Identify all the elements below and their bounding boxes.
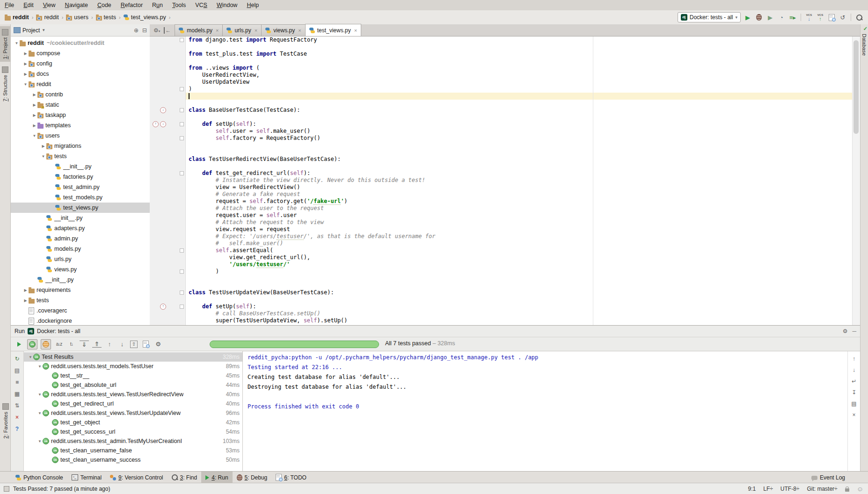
lock-icon[interactable] xyxy=(845,488,849,492)
close-icon[interactable]: × xyxy=(14,414,21,421)
caret-position-widget[interactable]: 9:1 xyxy=(748,486,756,492)
run-test-marker-icon[interactable]: ↓ xyxy=(160,121,166,127)
tool-window-button-6-todo[interactable]: 6: TODO xyxy=(271,472,311,483)
filter-ignored-icon[interactable] xyxy=(41,339,51,349)
editor-scrollbar[interactable] xyxy=(852,36,860,325)
project-tree-item-taskapp[interactable]: ▶taskapp xyxy=(11,110,150,120)
test-tree-item-test_clean_username_false[interactable]: oktest_clean_username_false53ms xyxy=(24,446,242,455)
test-tree-item-reddit-users-tests-test_views-TestUserUpdateView[interactable]: ▼okreddit.users.tests.test_views.TestUse… xyxy=(24,408,242,418)
code-editor[interactable]: ↓↑↓↑ from django.test import RequestFact… xyxy=(150,36,860,325)
fold-marker-icon[interactable] xyxy=(180,108,184,112)
tool-window-button-4-run[interactable]: 4: Run xyxy=(201,472,232,483)
project-tree-item-compose[interactable]: ▶compose xyxy=(11,48,150,58)
rerun-layout-icon[interactable]: ↻ xyxy=(14,355,21,363)
run-configuration-select[interactable]: dj Docker: tests - all ▾ xyxy=(678,12,741,22)
collapse-arrow-icon[interactable]: ▼ xyxy=(14,41,20,45)
scroll-end-icon[interactable]: ↧ xyxy=(850,389,858,396)
test-tree-item-reddit-users-tests-test_models-TestUser[interactable]: ▼okreddit.users.tests.test_models.TestUs… xyxy=(24,362,242,371)
filter-passed-icon[interactable]: ok xyxy=(27,339,37,349)
sidebar-item-2-favorites[interactable]: 2: Favorites xyxy=(0,400,11,441)
editor-tab-models.py[interactable]: models.py× xyxy=(175,24,223,36)
project-tree-item-__init__.py[interactable]: __init__.py xyxy=(11,213,150,223)
tool-window-button-3-find[interactable]: 3: Find xyxy=(168,472,202,483)
project-tree-item-__init__.py[interactable]: __init__.py xyxy=(11,275,150,285)
collapse-arrow-icon[interactable]: ▼ xyxy=(31,134,37,138)
test-tree-item-test_clean_username_success[interactable]: oktest_clean_username_success50ms xyxy=(24,455,242,465)
navigate-icon[interactable]: ⇅ xyxy=(14,402,21,409)
project-tree-item-adapters.py[interactable]: adapters.py xyxy=(11,223,150,233)
close-icon[interactable]: × xyxy=(354,28,357,33)
project-tree-item-test_admin.py[interactable]: test_admin.py xyxy=(11,182,150,192)
close-icon[interactable]: × xyxy=(216,28,219,33)
override-marker-icon[interactable]: ↑ xyxy=(160,304,166,310)
collapse-arrow-icon[interactable]: ▼ xyxy=(37,392,43,397)
pin-icon[interactable]: ▤ xyxy=(14,367,21,374)
expand-arrow-icon[interactable]: ▶ xyxy=(31,93,37,97)
collapse-arrow-icon[interactable]: ▼ xyxy=(22,82,29,87)
test-tree-item-test_get_object[interactable]: oktest_get_object42ms xyxy=(24,418,242,427)
stop-icon[interactable]: ■ xyxy=(14,378,21,386)
editor-tab-urls.py[interactable]: urls.py× xyxy=(222,24,262,36)
sort-alphabetically-icon[interactable]: a↓z xyxy=(54,340,64,349)
collapse-all-icon[interactable]: ⊟ xyxy=(142,27,147,34)
fold-marker-icon[interactable] xyxy=(180,38,184,42)
override-marker-icon[interactable]: ↑ xyxy=(153,121,159,127)
breadcrumb-item-users[interactable]: users xyxy=(66,14,88,21)
gear-icon[interactable]: ⚙ xyxy=(843,328,848,334)
expand-arrow-icon[interactable]: ▶ xyxy=(22,72,29,76)
project-tree-item-docs[interactable]: ▶docs xyxy=(11,69,150,79)
sidebar-item-7-structure[interactable]: 7: Structure xyxy=(0,64,10,104)
print-icon[interactable]: ▤ xyxy=(850,400,858,407)
expand-arrow-icon[interactable]: ▶ xyxy=(31,124,37,128)
profiler-icon[interactable]: ◔ xyxy=(777,13,786,22)
fold-marker-icon[interactable] xyxy=(180,248,184,253)
show-durations-icon[interactable] xyxy=(141,340,150,349)
expand-arrow-icon[interactable]: ▶ xyxy=(22,62,29,66)
menu-item-vcs[interactable]: VCS xyxy=(190,0,212,10)
expand-arrow-icon[interactable]: ▶ xyxy=(22,288,29,292)
down-stack-icon[interactable]: ↓ xyxy=(850,366,858,374)
sidebar-item-1-project[interactable]: 1: Project xyxy=(0,26,10,62)
encoding-widget[interactable]: UTF-8÷ xyxy=(780,486,800,492)
tool-window-button-9-version-control[interactable]: 9: Version Control xyxy=(106,472,167,483)
tool-window-button-terminal[interactable]: ›_Terminal xyxy=(67,472,106,483)
hector-notification-icon[interactable]: ☺ xyxy=(857,485,863,493)
inspection-ok-icon[interactable]: ✓ xyxy=(863,26,868,32)
line-ending-widget[interactable]: LF÷ xyxy=(763,486,773,492)
project-tree-item-tests[interactable]: ▶tests xyxy=(11,295,150,305)
test-history-icon[interactable]: ⇧ xyxy=(130,341,138,348)
project-tree-item-views.py[interactable]: views.py xyxy=(11,264,150,275)
close-icon[interactable]: × xyxy=(255,28,257,33)
up-stack-icon[interactable]: ↑ xyxy=(850,355,858,363)
project-tree-item-models.py[interactable]: models.py xyxy=(11,244,150,254)
project-tree-item-factories.py[interactable]: factories.py xyxy=(11,172,150,182)
breadcrumb-item-reddit[interactable]: reddit xyxy=(5,14,29,21)
menu-item-window[interactable]: Window xyxy=(212,0,242,10)
tool-window-quick-access-icon[interactable] xyxy=(4,486,9,492)
fold-marker-icon[interactable] xyxy=(180,269,184,274)
project-tree-item-urls.py[interactable]: urls.py xyxy=(11,254,150,264)
project-tree-item-migrations[interactable]: ▶migrations xyxy=(11,141,150,151)
recent-changes-icon[interactable] xyxy=(827,13,836,22)
project-tree-item-templates[interactable]: ▶templates xyxy=(11,120,150,131)
fold-marker-icon[interactable] xyxy=(180,87,184,91)
project-tree-item-config[interactable]: ▶config xyxy=(11,58,150,69)
project-tree-item-.coveragerc[interactable]: .coveragerc xyxy=(11,305,150,316)
test-tree-item-test_get_success_url[interactable]: oktest_get_success_url54ms xyxy=(24,427,242,436)
help-icon[interactable]: ? xyxy=(14,425,21,433)
hide-panel-icon[interactable]: ← xyxy=(164,27,171,34)
test-tree-item-reddit-users-tests-test_admin-TestMyUserCreationI[interactable]: ▼okreddit.users.tests.test_admin.TestMyU… xyxy=(24,436,242,446)
vcs-commit-icon[interactable]: VCS↑ xyxy=(816,13,824,22)
fold-marker-icon[interactable] xyxy=(180,291,184,295)
gear-icon[interactable]: ⚙ xyxy=(153,340,163,349)
breadcrumb-item-tests[interactable]: tests xyxy=(96,14,116,21)
project-view-select[interactable]: Project ▼ xyxy=(14,27,45,34)
editor-tab-views.py[interactable]: views.py× xyxy=(261,24,305,36)
collapse-arrow-icon[interactable]: ▼ xyxy=(40,154,46,159)
fold-marker-icon[interactable] xyxy=(180,136,184,140)
test-tree-item-Test-Results[interactable]: ▼okTest Results328ms xyxy=(24,352,242,362)
project-tree-item-tests[interactable]: ▼tests xyxy=(11,151,150,161)
fold-marker-icon[interactable] xyxy=(180,171,184,175)
project-tree-item-static[interactable]: ▶static xyxy=(11,100,150,110)
menu-item-file[interactable]: File xyxy=(0,0,19,10)
